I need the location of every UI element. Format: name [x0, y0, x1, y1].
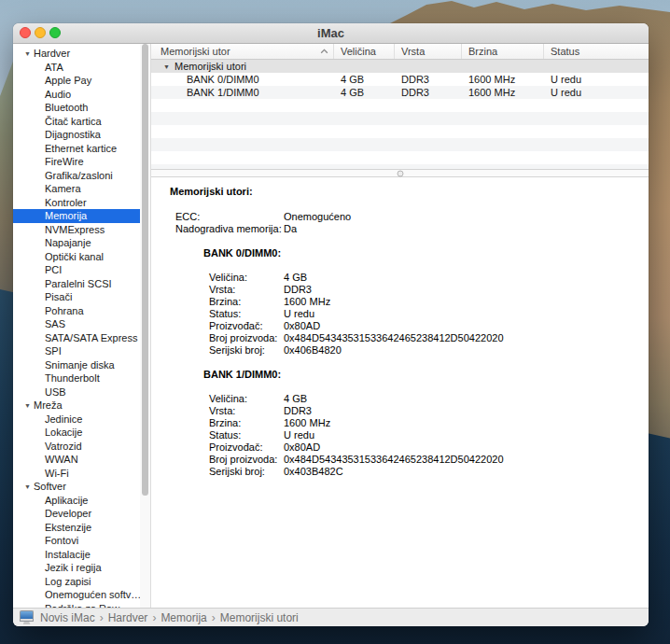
breadcrumb-segment: Memorija: [161, 611, 206, 624]
sidebar-item-dijagnostika[interactable]: Dijagnostika: [13, 128, 140, 142]
sidebar-item-ethernet-kartice[interactable]: Ethernet kartice: [13, 142, 140, 156]
detail-value: Onemogućeno: [284, 211, 351, 222]
bank-section-bank-0-dimm0: BANK 0/DIMM0:Veličina:4 GBVrsta:DDR3Brzi…: [170, 247, 641, 357]
detail-label: Nadogradiva memorija:: [175, 223, 284, 235]
detail-value: DDR3: [284, 405, 312, 416]
detail-label: Status:: [209, 308, 284, 320]
detail-label: Brzina:: [209, 296, 284, 308]
sidebar-item-sas[interactable]: SAS: [13, 317, 140, 331]
splitter-handle-icon[interactable]: [397, 170, 403, 176]
window-main: ▼HardverATAApple PayAudioBluetoothČitač …: [13, 44, 649, 608]
detail-label: ECC:: [175, 211, 284, 223]
sidebar: ▼HardverATAApple PayAudioBluetoothČitač …: [13, 44, 140, 608]
sidebar-item-jedinice[interactable]: Jedinice: [13, 413, 140, 427]
sidebar-item-developer[interactable]: Developer: [13, 507, 140, 521]
column-header-veli-ina[interactable]: Veličina: [334, 44, 395, 59]
sidebar-item-kontroler[interactable]: Kontroler: [13, 196, 140, 210]
sidebar-item-kamera[interactable]: Kamera: [13, 182, 140, 196]
cell: 4 GB: [334, 73, 395, 86]
sidebar-item-apple-pay[interactable]: Apple Pay: [13, 74, 140, 88]
window-titlebar[interactable]: iMac: [13, 23, 649, 44]
detail-label: Status:: [209, 429, 284, 441]
sidebar-item-onemogu-en-softv[interactable]: Onemogućen softv…: [13, 588, 140, 602]
zoom-button[interactable]: [49, 27, 61, 38]
detail-label: Serijski broj:: [209, 344, 284, 357]
sidebar-scrollbar[interactable]: [140, 44, 150, 608]
sidebar-item-paralelni-scsi[interactable]: Paralelni SCSI: [13, 277, 140, 291]
detail-label: Vrsta:: [209, 284, 284, 296]
detail-label: Proizvođač:: [209, 441, 284, 454]
sidebar-item-pci[interactable]: PCI: [13, 263, 140, 277]
sidebar-item-napajanje[interactable]: Napajanje: [13, 236, 140, 250]
sidebar-item-nvmexpress[interactable]: NVMExpress: [13, 223, 140, 237]
breadcrumb-separator: ›: [152, 611, 156, 624]
minimize-button[interactable]: [35, 27, 46, 38]
cell: DDR3: [395, 86, 462, 99]
traffic-lights: [20, 27, 61, 38]
close-button[interactable]: [20, 27, 31, 38]
cell: 4 GB: [334, 86, 395, 99]
detail-label: Brzina:: [209, 417, 284, 429]
detail-row: Vrsta:DDR3: [170, 405, 641, 417]
sidebar-item-ata[interactable]: ATA: [13, 61, 140, 75]
sidebar-item-usb[interactable]: USB: [13, 385, 140, 399]
pane-splitter[interactable]: [151, 169, 649, 177]
sidebar-item-sata-sata-express[interactable]: SATA/SATA Express: [13, 331, 140, 345]
sidebar-item-log-zapisi[interactable]: Log zapisi: [13, 575, 140, 589]
memory-slots-group-row[interactable]: ▼Memorijski utori: [151, 60, 649, 73]
imac-icon: [20, 610, 34, 624]
detail-value: U redu: [284, 308, 314, 319]
sidebar-item-bluetooth[interactable]: Bluetooth: [13, 101, 140, 115]
table-header: Memorijski utorVeličinaVrstaBrzinaStatus: [151, 44, 649, 60]
sidebar-item-snimanje-diska[interactable]: Snimanje diska: [13, 358, 140, 372]
cell: 1600 MHz: [462, 73, 544, 86]
detail-label: Proizvođač:: [209, 320, 284, 332]
sidebar-item-memorija[interactable]: Memorija: [13, 209, 140, 223]
sidebar-item-firewire[interactable]: FireWire: [13, 155, 140, 169]
sidebar-item-fontovi[interactable]: Fontovi: [13, 534, 140, 548]
table-row[interactable]: BANK 1/DIMM04 GBDDR31600 MHzU redu: [151, 86, 649, 99]
column-header-status[interactable]: Status: [544, 44, 649, 59]
sidebar-item-audio[interactable]: Audio: [13, 88, 140, 102]
sidebar-item-lokacije[interactable]: Lokacije: [13, 426, 140, 440]
sidebar-item-thunderbolt[interactable]: Thunderbolt: [13, 371, 140, 385]
disclosure-triangle-icon: ▼: [163, 61, 174, 73]
detail-label: Broj proizvoda:: [209, 332, 284, 344]
detail-row: Proizvođač:0x80AD: [170, 320, 641, 332]
sidebar-item-opti-ki-kanal[interactable]: Optički kanal: [13, 250, 140, 264]
detail-value: 0x403B482C: [284, 466, 343, 477]
sidebar-section-mre-a[interactable]: ▼Mreža: [13, 399, 140, 413]
sidebar-scrollbar-thumb[interactable]: [142, 44, 148, 496]
sidebar-item-pisa-i[interactable]: Pisači: [13, 290, 140, 304]
sidebar-item-wwan[interactable]: WWAN: [13, 453, 140, 467]
detail-value: 1600 MHz: [284, 296, 330, 307]
detail-row: Serijski broj:0x403B482C: [170, 466, 641, 478]
sidebar-item-grafika-zasloni[interactable]: Grafika/zasloni: [13, 169, 140, 183]
sidebar-section-hardver[interactable]: ▼Hardver: [13, 47, 140, 61]
column-header-brzina[interactable]: Brzina: [462, 44, 544, 59]
sidebar-item-ita-kartica[interactable]: Čitač kartica: [13, 115, 140, 129]
sidebar-item-pohrana[interactable]: Pohrana: [13, 304, 140, 318]
detail-label: Broj proizvoda:: [209, 454, 284, 466]
sidebar-section-softver[interactable]: ▼Softver: [13, 480, 140, 494]
sidebar-item-instalacije[interactable]: Instalacije: [13, 548, 140, 562]
sidebar-item-aplikacije[interactable]: Aplikacije: [13, 494, 140, 508]
sidebar-section-label: Hardver: [34, 48, 70, 59]
detail-row: Veličina:4 GB: [170, 272, 641, 284]
detail-row: Status:U redu: [170, 308, 641, 320]
sidebar-item-ekstenzije[interactable]: Ekstenzije: [13, 521, 140, 535]
disclosure-triangle-icon: ▼: [24, 48, 34, 61]
window-title: iMac: [13, 23, 649, 43]
cell: 1600 MHz: [462, 86, 544, 99]
table-row[interactable]: BANK 0/DIMM04 GBDDR31600 MHzU redu: [151, 73, 649, 86]
sidebar-item-spi[interactable]: SPI: [13, 344, 140, 358]
detail-value: 4 GB: [284, 272, 307, 283]
sidebar-item-jezik-i-regija[interactable]: Jezik i regija: [13, 561, 140, 575]
content-pane: Memorijski utorVeličinaVrstaBrzinaStatus…: [150, 44, 649, 608]
column-header-memorijski-utor[interactable]: Memorijski utor: [151, 44, 334, 59]
detail-value: U redu: [284, 429, 314, 441]
sidebar-item-vatrozid[interactable]: Vatrozid: [13, 440, 140, 454]
detail-row: Nadogradiva memorija:Da: [170, 223, 641, 235]
column-header-vrsta[interactable]: Vrsta: [395, 44, 462, 59]
sidebar-item-wi-fi[interactable]: Wi-Fi: [13, 467, 140, 481]
